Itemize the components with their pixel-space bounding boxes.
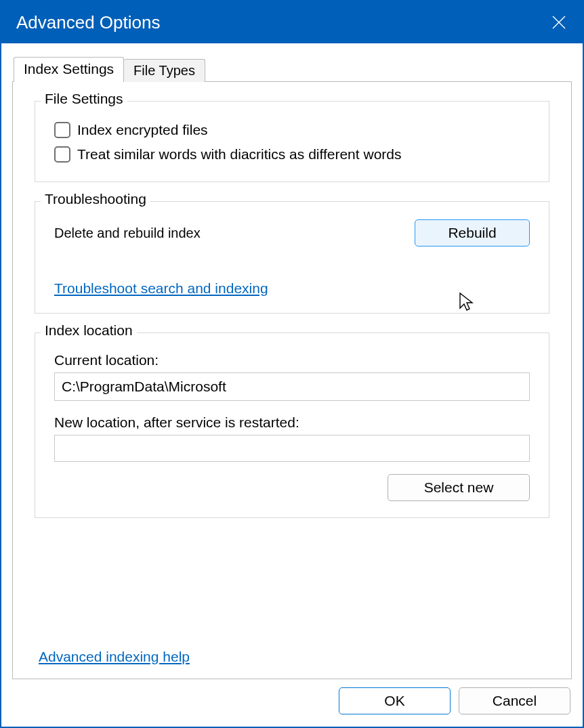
advanced-help-link[interactable]: Advanced indexing help: [39, 649, 190, 665]
label-index-encrypted: Index encrypted files: [77, 122, 208, 138]
legend-troubleshooting: Troubleshooting: [41, 191, 150, 207]
label-diacritics: Treat similar words with diacritics as d…: [77, 146, 401, 163]
window-title: Advanced Options: [16, 12, 160, 33]
group-troubleshooting: Troubleshooting Delete and rebuild index…: [35, 201, 549, 314]
close-icon: [551, 15, 566, 30]
close-button[interactable]: [535, 1, 583, 43]
label-new-location: New location, after service is restarted…: [54, 414, 530, 431]
titlebar: Advanced Options: [1, 1, 583, 43]
client-area: Index Settings File Types File Settings …: [1, 43, 583, 727]
cancel-button[interactable]: Cancel: [459, 687, 570, 714]
row-index-encrypted: Index encrypted files: [54, 122, 530, 138]
select-new-button[interactable]: Select new: [388, 474, 530, 501]
tab-index-settings[interactable]: Index Settings: [14, 57, 124, 82]
tab-panel-index-settings: File Settings Index encrypted files Trea…: [12, 81, 572, 679]
checkbox-index-encrypted[interactable]: [54, 122, 70, 138]
field-new-location[interactable]: [54, 435, 530, 462]
legend-index-location: Index location: [41, 322, 137, 339]
checkbox-diacritics[interactable]: [54, 146, 70, 163]
label-delete-rebuild: Delete and rebuild index: [54, 226, 201, 241]
rebuild-button[interactable]: Rebuild: [415, 219, 530, 247]
field-current-location: C:\ProgramData\Microsoft: [54, 372, 530, 401]
legend-file-settings: File Settings: [41, 91, 127, 107]
advanced-options-window: Advanced Options Index Settings File Typ…: [0, 0, 584, 728]
tab-file-types[interactable]: File Types: [124, 59, 205, 82]
label-current-location: Current location:: [54, 352, 530, 368]
row-diacritics: Treat similar words with diacritics as d…: [54, 146, 530, 163]
group-index-location: Index location Current location: C:\Prog…: [35, 333, 549, 518]
tab-strip: Index Settings File Types: [7, 57, 577, 82]
group-file-settings: File Settings Index encrypted files Trea…: [35, 101, 549, 182]
dialog-button-row: OK Cancel: [7, 679, 577, 721]
troubleshoot-link[interactable]: Troubleshoot search and indexing: [54, 280, 268, 297]
ok-button[interactable]: OK: [339, 687, 451, 714]
